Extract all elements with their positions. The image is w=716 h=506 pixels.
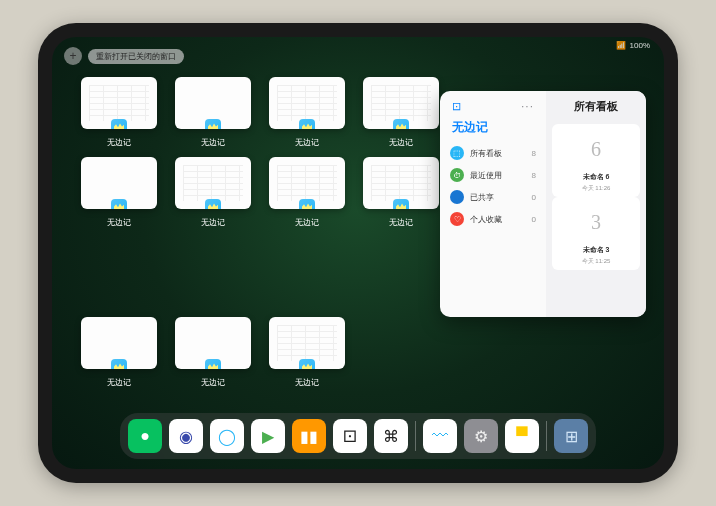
freeform-app-icon: [299, 199, 315, 209]
thumbnail-preview: [81, 77, 157, 129]
battery-label: 100%: [630, 41, 650, 50]
board-name: 未命名 6: [583, 172, 610, 182]
more-button[interactable]: ···: [521, 99, 534, 113]
new-window-button[interactable]: +: [64, 47, 82, 65]
dock-app-wechat[interactable]: ●: [128, 419, 162, 453]
dock-app-quark[interactable]: ◯: [210, 419, 244, 453]
thumbnail-preview: [269, 157, 345, 209]
top-controls: + 重新打开已关闭的窗口: [64, 47, 184, 65]
thumbnail-label: 无边记: [295, 377, 319, 388]
thumbnail-label: 无边记: [107, 377, 131, 388]
sidebar-item-count: 8: [532, 149, 536, 158]
sidebar-item-icon: 👤: [450, 190, 464, 204]
sidebar-item-label: 所有看板: [470, 148, 502, 159]
freeform-app-icon: [393, 119, 409, 129]
app-expose-grid: 无边记无边记无边记无边记无边记无边记无边记无边记无边记无边记无边记: [80, 77, 440, 389]
popover-sidebar: ⊡ ··· 无边记 ⬚所有看板8⏱最近使用8👤已共享0♡个人收藏0: [440, 91, 546, 317]
freeform-app-icon: [111, 199, 127, 209]
dock-app-notes[interactable]: ▀: [505, 419, 539, 453]
thumbnail-label: 无边记: [107, 137, 131, 148]
sidebar-item[interactable]: ⏱最近使用8: [448, 164, 538, 186]
freeform-app-icon: [205, 199, 221, 209]
dock-app-freeform[interactable]: 〰: [423, 419, 457, 453]
thumbnail-label: 无边记: [389, 137, 413, 148]
window-thumbnail[interactable]: 无边记: [80, 317, 158, 389]
board-card[interactable]: 6未命名 6今天 11:26: [552, 124, 640, 197]
sidebar-item[interactable]: ⬚所有看板8: [448, 142, 538, 164]
board-sketch: 6: [556, 128, 636, 170]
thumbnail-label: 无边记: [201, 377, 225, 388]
dock-separator: [546, 421, 547, 451]
thumbnail-preview: [363, 157, 439, 209]
ipad-screen: 📶 100% + 重新打开已关闭的窗口 无边记无边记无边记无边记无边记无边记无边…: [52, 37, 664, 469]
board-timestamp: 今天 11:25: [582, 257, 611, 266]
dock-app-books[interactable]: ▮▮: [292, 419, 326, 453]
thumbnail-label: 无边记: [107, 217, 131, 228]
reopen-closed-window-button[interactable]: 重新打开已关闭的窗口: [88, 49, 184, 64]
sidebar-item-icon: ⏱: [450, 168, 464, 182]
popover-content: 所有看板 6未命名 6今天 11:263未命名 3今天 11:25: [546, 91, 646, 317]
sidebar-item[interactable]: ♡个人收藏0: [448, 208, 538, 230]
freeform-app-icon: [393, 199, 409, 209]
thumbnail-preview: [81, 317, 157, 369]
thumbnail-label: 无边记: [389, 217, 413, 228]
status-bar: 📶 100%: [616, 41, 650, 50]
dock-app-app6[interactable]: ⚀: [333, 419, 367, 453]
freeform-popover: ⊡ ··· 无边记 ⬚所有看板8⏱最近使用8👤已共享0♡个人收藏0 所有看板 6…: [440, 91, 646, 317]
window-thumbnail[interactable]: 无边记: [362, 77, 440, 149]
window-thumbnail[interactable]: 无边记: [268, 77, 346, 149]
wifi-icon: 📶: [616, 41, 626, 50]
thumbnail-preview: [81, 157, 157, 209]
thumbnail-preview: [363, 77, 439, 129]
window-thumbnail[interactable]: 无边记: [268, 157, 346, 229]
window-thumbnail[interactable]: 无边记: [174, 77, 252, 149]
sidebar-item-icon: ⬚: [450, 146, 464, 160]
sidebar-item-label: 已共享: [470, 192, 494, 203]
thumbnail-label: 无边记: [295, 137, 319, 148]
freeform-app-icon: [111, 119, 127, 129]
thumbnail-label: 无边记: [295, 217, 319, 228]
thumbnail-preview: [175, 157, 251, 209]
thumbnail-label: 无边记: [201, 137, 225, 148]
window-thumbnail[interactable]: 无边记: [174, 157, 252, 229]
freeform-app-icon: [299, 359, 315, 369]
sidebar-item-icon: ♡: [450, 212, 464, 226]
freeform-app-icon: [205, 359, 221, 369]
dock-separator: [415, 421, 416, 451]
thumbnail-preview: [175, 77, 251, 129]
sidebar-item-count: 0: [532, 215, 536, 224]
window-thumbnail[interactable]: 无边记: [174, 317, 252, 389]
dock-app-app-library[interactable]: ⊞: [554, 419, 588, 453]
thumbnail-preview: [269, 317, 345, 369]
sidebar-item-label: 最近使用: [470, 170, 502, 181]
sidebar-item[interactable]: 👤已共享0: [448, 186, 538, 208]
popover-title: 无边记: [448, 117, 538, 142]
thumbnail-preview: [175, 317, 251, 369]
window-thumbnail[interactable]: 无边记: [362, 157, 440, 229]
thumbnail-preview: [269, 77, 345, 129]
freeform-app-icon: [205, 119, 221, 129]
freeform-app-icon: [111, 359, 127, 369]
dock: ●◉◯▶▮▮⚀⌘〰⚙▀⊞: [120, 413, 596, 459]
sidebar-item-label: 个人收藏: [470, 214, 502, 225]
ipad-frame: 📶 100% + 重新打开已关闭的窗口 无边记无边记无边记无边记无边记无边记无边…: [38, 23, 678, 483]
sidebar-toggle-icon[interactable]: ⊡: [452, 100, 461, 113]
thumbnail-label: 无边记: [201, 217, 225, 228]
board-sketch: 3: [556, 201, 636, 243]
dock-app-media[interactable]: ▶: [251, 419, 285, 453]
dock-app-settings[interactable]: ⚙: [464, 419, 498, 453]
sidebar-item-count: 0: [532, 193, 536, 202]
freeform-app-icon: [299, 119, 315, 129]
window-thumbnail[interactable]: 无边记: [80, 157, 158, 229]
content-title: 所有看板: [552, 99, 640, 114]
window-thumbnail[interactable]: 无边记: [80, 77, 158, 149]
window-thumbnail[interactable]: 无边记: [268, 317, 346, 389]
board-card[interactable]: 3未命名 3今天 11:25: [552, 197, 640, 270]
dock-app-app7[interactable]: ⌘: [374, 419, 408, 453]
board-timestamp: 今天 11:26: [582, 184, 611, 193]
dock-app-quark-hd[interactable]: ◉: [169, 419, 203, 453]
board-name: 未命名 3: [583, 245, 610, 255]
sidebar-item-count: 8: [532, 171, 536, 180]
